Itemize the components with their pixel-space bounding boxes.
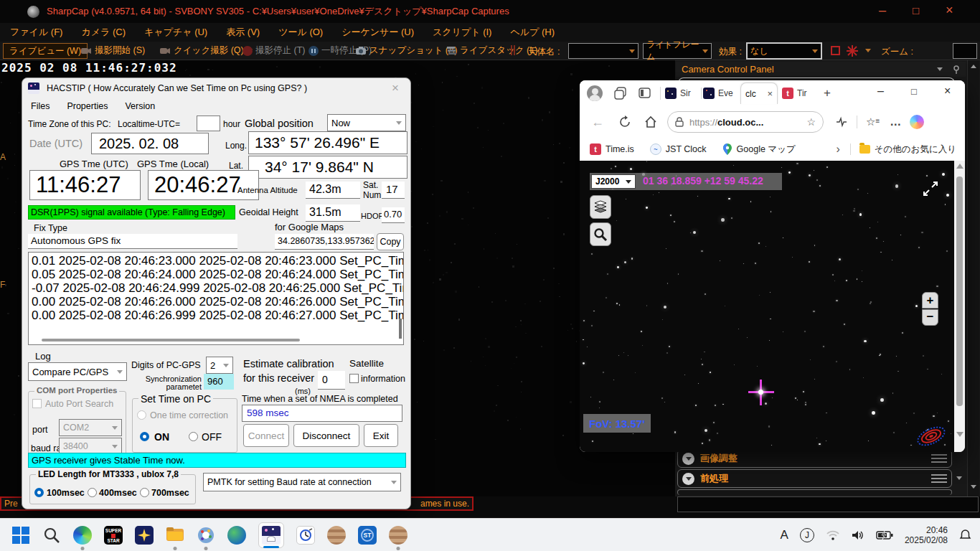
browser-essentials-icon[interactable] [835, 116, 848, 128]
bookmark-google-maps[interactable]: Google マップ [722, 143, 796, 156]
copy-button[interactable]: Copy [377, 233, 404, 250]
browser-minimize-button[interactable]: – [877, 85, 884, 98]
panel-scroll-down-icon[interactable] [956, 476, 962, 480]
tray-clock[interactable]: 20:462025/02/08 [905, 525, 948, 545]
sky-viewer[interactable]: J2000 01 36 18.859 +12 59 45.22 + − Fo [580, 161, 954, 452]
dialog-close-button[interactable]: × [392, 81, 399, 95]
reticle-icon[interactable] [847, 45, 858, 57]
taskbar-search-icon[interactable] [42, 526, 61, 545]
st-app-icon[interactable]: ST [358, 526, 377, 545]
volume-icon[interactable] [852, 529, 864, 541]
object-name-select[interactable] [568, 43, 639, 59]
section-chevron-icon[interactable] [682, 453, 694, 465]
quick-capture-button[interactable]: クイック撮影 (Q) [159, 44, 253, 57]
effects-select[interactable]: なし [746, 42, 822, 60]
scroll-up-arrow[interactable] [956, 164, 963, 169]
led-100-radio[interactable] [34, 488, 44, 497]
favorites-button[interactable]: ☆≡ [866, 116, 880, 128]
off-radio[interactable] [189, 432, 198, 441]
led-700-radio[interactable] [140, 488, 149, 497]
ime-indicator[interactable]: A [781, 528, 788, 542]
star-capture-app-icon[interactable] [135, 526, 154, 545]
hacstip-taskbar-icon[interactable] [258, 522, 284, 548]
settings-more-button[interactable]: … [890, 116, 901, 128]
drag-handle-icon[interactable] [931, 452, 947, 465]
dialog-menu-properties[interactable]: Properties [67, 101, 108, 111]
scroll-down-arrow[interactable] [956, 432, 963, 437]
estimate-value[interactable]: 0 [318, 371, 345, 390]
live-stack-button[interactable]: ライブスタック (L) [446, 44, 537, 57]
section-preprocess[interactable]: 前処理 [677, 469, 952, 488]
superstar-app-icon[interactable]: SUPERSTAR [104, 526, 123, 545]
paint-app-icon[interactable] [197, 526, 215, 545]
home-button[interactable] [644, 116, 657, 128]
pmtk-select[interactable]: PMTK for setting Baud rate at connection [203, 473, 401, 491]
disconnect-button[interactable]: Disconnect [293, 424, 359, 447]
search-button[interactable] [590, 222, 611, 246]
port-select[interactable]: COM2 [59, 419, 122, 436]
scroll-thumb[interactable] [956, 176, 963, 406]
selection-area-icon[interactable] [831, 46, 840, 55]
back-button[interactable]: ← [591, 115, 604, 130]
localtime-input[interactable] [197, 116, 220, 131]
workspaces-icon[interactable] [614, 87, 627, 100]
tray-app-badge[interactable]: J [800, 528, 814, 542]
menu-file[interactable]: ファイル (F) [10, 26, 62, 39]
dialog-menu-files[interactable]: Files [31, 101, 50, 111]
menu-capture[interactable]: キャプチャ (U) [144, 26, 207, 39]
aladin-logo[interactable] [914, 423, 948, 449]
zoom-out-button[interactable]: − [922, 309, 938, 326]
copilot-button[interactable] [910, 115, 924, 129]
bookmark-jst-clock[interactable]: ~ JST Clock [650, 143, 707, 155]
global-position-select[interactable]: Now [327, 114, 406, 131]
file-explorer-icon[interactable] [166, 526, 184, 545]
sync-value[interactable]: 960 [204, 374, 234, 390]
dialog-titlebar[interactable]: HACSTIP ( How Accurately Can we Set Time… [22, 78, 410, 98]
tab-background-2[interactable]: Eve [703, 88, 738, 99]
battery-icon[interactable] [876, 530, 893, 540]
bookmark-time-is[interactable]: t Time.is [590, 143, 634, 155]
digits-select[interactable]: 2 [206, 357, 233, 374]
drag-handle-icon[interactable] [931, 472, 947, 485]
planet2-app-icon[interactable] [389, 526, 407, 545]
led-400-radio[interactable] [88, 488, 97, 497]
tab-active[interactable]: clc × [740, 83, 778, 104]
tab-background-1[interactable]: Sir [665, 88, 699, 99]
gps-clock-app-icon[interactable] [296, 526, 315, 545]
menu-tools[interactable]: ツール (O) [278, 26, 323, 39]
tab-background-3[interactable]: t Tir [782, 88, 816, 99]
browser-close-button[interactable]: × [944, 85, 951, 98]
scroll-down-icon[interactable] [971, 485, 976, 489]
connect-button[interactable]: Connect [243, 424, 289, 447]
pin-icon[interactable] [953, 65, 960, 74]
log-vscroll-thumb[interactable] [399, 319, 402, 339]
dialog-menu-version[interactable]: Version [125, 101, 155, 111]
menu-help[interactable]: ヘルプ (H) [510, 26, 555, 39]
information-checkbox[interactable] [349, 374, 359, 383]
sharpcap-maximize-button[interactable]: □ [913, 4, 919, 17]
sharpcap-close-button[interactable]: × [946, 3, 953, 18]
menu-camera[interactable]: カメラ (C) [81, 26, 126, 39]
browser-maximize-button[interactable]: □ [911, 86, 917, 97]
layers-button[interactable] [590, 195, 611, 219]
wifi-icon[interactable] [826, 529, 840, 541]
snapshot-button[interactable]: スナップショット (A) [356, 44, 457, 57]
zoom-select[interactable] [953, 43, 977, 59]
menu-sequencer[interactable]: シーケンサー (U) [341, 26, 414, 39]
edge-icon[interactable] [73, 526, 92, 545]
scroll-up-icon[interactable] [971, 65, 976, 68]
tab-close-icon[interactable]: × [767, 88, 773, 99]
planet-app-icon[interactable] [327, 526, 346, 545]
sharpcap-minimize-button[interactable]: – [879, 3, 886, 18]
frame-type-select[interactable]: ライトフレーム [643, 43, 712, 59]
address-bar[interactable]: https://cloud.oc... ☆ [667, 111, 824, 133]
one-time-radio[interactable] [137, 410, 146, 420]
on-radio[interactable] [140, 432, 149, 441]
new-tab-button[interactable]: + [824, 86, 831, 100]
favorite-star-icon[interactable]: ☆ [806, 116, 816, 128]
profile-avatar[interactable] [587, 85, 603, 101]
overlay-caret-icon[interactable] [865, 49, 871, 52]
log-list[interactable]: 0.01 2025-02-08 20:46:23.000 2025-02-08 … [28, 252, 404, 345]
exit-button[interactable]: Exit [364, 424, 398, 447]
camera-panel-header[interactable]: Camera Control Panel [676, 62, 966, 77]
